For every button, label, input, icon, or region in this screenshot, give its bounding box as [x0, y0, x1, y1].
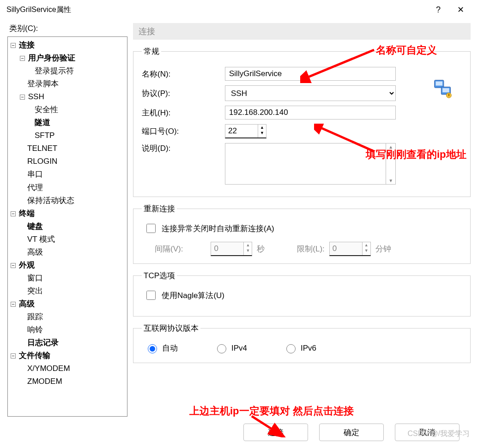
- tree-auth[interactable]: 用户身份验证: [28, 54, 75, 62]
- category-tree[interactable]: − 连接 − 用户身份验证 登录提示符 登录脚本 − SSH 安全性 隧道 SF…: [7, 36, 127, 417]
- label-name: 名称(N):: [142, 69, 225, 79]
- tree-login-prompt[interactable]: 登录提示符: [35, 66, 74, 75]
- svg-rect-6: [442, 88, 449, 92]
- close-button[interactable]: ✕: [449, 5, 472, 15]
- label-interval: 间隔(V):: [155, 244, 183, 254]
- label-limit: 限制(L):: [297, 244, 325, 254]
- watermark: CSDN @/我爱学习: [408, 429, 470, 439]
- tree-security[interactable]: 安全性: [35, 105, 58, 114]
- label-host: 主机(H):: [142, 108, 225, 118]
- tree-keyboard[interactable]: 键盘: [27, 222, 43, 231]
- checkbox-auto-reconnect[interactable]: [146, 224, 156, 233]
- label-nagle: 使用Nagle算法(U): [162, 290, 224, 301]
- tree-zmodem[interactable]: ZMODEM: [27, 377, 62, 386]
- radio-ipv4[interactable]: IPv4: [215, 343, 247, 353]
- panel-header: 连接: [133, 23, 471, 40]
- tree-appearance[interactable]: 外观: [19, 261, 35, 269]
- tree-trace[interactable]: 跟踪: [27, 312, 43, 321]
- legend-general: 常规: [142, 46, 161, 57]
- label-protocol: 协议(P):: [142, 88, 225, 99]
- tree-sftp[interactable]: SFTP: [35, 131, 54, 140]
- input-interval[interactable]: ▲▼: [211, 242, 252, 256]
- tree-keepalive[interactable]: 保持活动状态: [27, 196, 74, 205]
- tree-rlogin[interactable]: RLOGIN: [27, 157, 57, 166]
- port-up-icon[interactable]: ▲: [258, 125, 266, 130]
- window-title: SillyGrilService属性: [6, 5, 71, 15]
- input-limit[interactable]: ▲▼: [329, 242, 371, 256]
- group-tcp: TCP选项 使用Nagle算法(U): [133, 270, 471, 317]
- legend-tcp: TCP选项: [142, 270, 177, 281]
- tree-telnet[interactable]: TELNET: [27, 144, 57, 153]
- group-general: 常规 名称(N): 协议(P): SSH 主机(H): 端口号(O): ▲▼: [133, 46, 471, 197]
- tree-term-adv[interactable]: 高级: [27, 248, 43, 257]
- input-host[interactable]: [225, 106, 396, 119]
- legend-reconnect: 重新连接: [142, 203, 177, 214]
- tree-login-script[interactable]: 登录脚本: [27, 79, 59, 88]
- tree-log[interactable]: 日志记录: [27, 338, 59, 347]
- tree-tunnel[interactable]: 隧道: [35, 118, 50, 127]
- label-port: 端口号(O):: [142, 126, 225, 137]
- tree-ssh[interactable]: SSH: [28, 92, 44, 101]
- label-desc: 说明(D):: [142, 143, 225, 154]
- label-auto-reconnect: 连接异常关闭时自动重新连接(A): [162, 223, 274, 234]
- ok-button[interactable]: 确定: [319, 424, 384, 441]
- tree-vtmode[interactable]: VT 模式: [27, 235, 55, 244]
- tree-serial[interactable]: 串口: [27, 170, 43, 179]
- help-button[interactable]: ?: [427, 5, 449, 15]
- desc-scrollbar[interactable]: ▲▼: [386, 143, 396, 185]
- tree-xymodem[interactable]: X/YMODEM: [27, 364, 70, 373]
- unit-minutes: 分钟: [375, 244, 391, 254]
- tree-filetransfer[interactable]: 文件传输: [19, 351, 50, 360]
- legend-ipversion: 互联网协议版本: [142, 323, 200, 334]
- radio-ipv6[interactable]: IPv6: [284, 343, 316, 353]
- tree-terminal[interactable]: 终端: [19, 209, 35, 218]
- connect-button[interactable]: 连接: [243, 424, 308, 441]
- titlebar: SillyGrilService属性 ? ✕: [0, 0, 478, 19]
- input-name[interactable]: [225, 67, 396, 81]
- select-protocol[interactable]: SSH: [225, 85, 396, 101]
- tree-bell[interactable]: 响铃: [27, 325, 43, 334]
- port-down-icon[interactable]: ▼: [258, 130, 266, 136]
- bottom-bar: 连接 确定 取消: [0, 421, 478, 443]
- tree-highlight[interactable]: 突出: [27, 287, 43, 295]
- category-label: 类别(C):: [7, 23, 127, 34]
- radio-auto[interactable]: 自动: [145, 343, 178, 353]
- checkbox-nagle[interactable]: [146, 291, 156, 300]
- tree-window[interactable]: 窗口: [27, 274, 43, 282]
- network-icon: [433, 78, 453, 99]
- unit-seconds: 秒: [257, 244, 265, 254]
- input-desc[interactable]: [225, 143, 386, 185]
- tree-advanced[interactable]: 高级: [19, 299, 35, 308]
- input-port[interactable]: ▲▼: [225, 124, 266, 138]
- group-reconnect: 重新连接 连接异常关闭时自动重新连接(A) 间隔(V): ▲▼ 秒 限制(L):…: [133, 203, 471, 264]
- tree-proxy[interactable]: 代理: [27, 183, 43, 192]
- group-ipversion: 互联网协议版本 自动 IPv4 IPv6: [133, 323, 471, 363]
- tree-connection[interactable]: 连接: [19, 41, 35, 49]
- svg-rect-8: [448, 94, 450, 96]
- svg-rect-4: [436, 81, 442, 85]
